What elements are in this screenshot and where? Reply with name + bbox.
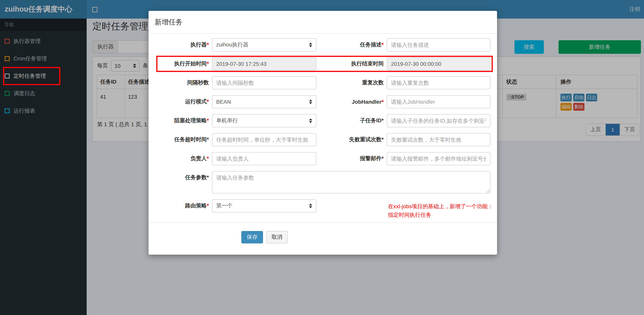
repeat-count-input[interactable]: [387, 76, 490, 89]
executor-label: 执行器*: [148, 41, 212, 48]
form-row-interval: 间隔秒数 重复次数: [148, 76, 497, 89]
alarm-email-input[interactable]: [387, 152, 490, 165]
modal-title: 新增任务: [148, 11, 497, 34]
required-star: *: [207, 41, 209, 48]
feature-note: 在xxl-jobs项目的基础上，新增了一个功能： 指定时间执行任务: [388, 202, 496, 219]
interval-label: 间隔秒数: [148, 79, 212, 86]
author-label: 负责人*: [148, 155, 212, 162]
required-star: *: [207, 174, 209, 180]
repeat-count-label: 重复次数: [316, 79, 387, 86]
feature-note-line1: 在xxl-jobs项目的基础上，新增了一个功能：: [388, 202, 496, 210]
job-handler-input[interactable]: [387, 95, 490, 108]
save-button[interactable]: 保存: [241, 231, 263, 243]
executor-select[interactable]: zuihou执行器: [212, 38, 316, 52]
job-desc-input[interactable]: [387, 38, 490, 52]
feature-note-line2: 指定时间执行任务: [388, 210, 496, 219]
annotation-rect-sidebar: [3, 67, 60, 85]
form-row-author: 负责人* 报警邮件*: [148, 152, 497, 165]
job-param-textarea[interactable]: [212, 171, 490, 193]
required-star: *: [207, 136, 209, 142]
job-desc-label: 任务描述*: [316, 41, 387, 48]
select-caret-icon: [309, 118, 312, 123]
required-star: *: [382, 99, 384, 105]
block-strategy-select[interactable]: 单机串行: [212, 114, 316, 127]
route-strategy-select[interactable]: 第一个: [212, 199, 316, 212]
child-jobid-label: 子任务ID*: [316, 117, 387, 124]
required-star: *: [207, 117, 209, 123]
glue-type-label: 运行模式*: [148, 98, 212, 105]
timeout-label: 任务超时时间*: [148, 136, 212, 143]
fail-retry-input[interactable]: [387, 133, 490, 146]
form-row-block-strategy: 阻塞处理策略* 单机串行 子任务ID*: [148, 114, 497, 127]
required-star: *: [207, 155, 209, 161]
select-caret-icon: [309, 204, 312, 208]
block-strategy-label: 阻塞处理策略*: [148, 117, 212, 124]
select-caret-icon: [309, 99, 312, 104]
required-star: *: [382, 136, 384, 142]
route-strategy-label: 路由策略*: [148, 202, 212, 209]
required-star: *: [207, 98, 209, 105]
child-jobid-input[interactable]: [387, 114, 490, 127]
required-star: *: [382, 117, 384, 123]
select-caret-icon: [309, 43, 312, 47]
cancel-button[interactable]: 取消: [266, 231, 288, 243]
add-task-modal: 新增任务 执行器* zuihou执行器 任务描述* 执行开始时间* 2019-0…: [148, 11, 497, 255]
required-star: *: [382, 155, 384, 161]
timeout-input[interactable]: [212, 133, 316, 146]
form-row-glue-type: 运行模式* BEAN JobHandler*: [148, 95, 497, 108]
author-input[interactable]: [212, 152, 316, 165]
app-root: zuihou任务调度中心 注销 导航 执行器管理 Cron任务管理 定时任务管理…: [0, 0, 644, 315]
fail-retry-label: 失败重试次数*: [316, 136, 387, 143]
alarm-email-label: 报警邮件*: [316, 155, 387, 162]
glue-type-select[interactable]: BEAN: [212, 95, 316, 108]
interval-input[interactable]: [212, 76, 316, 89]
job-param-label: 任务参数*: [148, 174, 212, 181]
modal-footer: 保存 取消: [241, 231, 288, 243]
annotation-rect-time-row: [156, 56, 493, 72]
textarea-resize-handle-icon[interactable]: [486, 189, 490, 193]
form-row-timeout: 任务超时时间* 失败重试次数*: [148, 133, 497, 146]
required-star: *: [207, 202, 209, 209]
form-row-executor: 执行器* zuihou执行器 任务描述*: [148, 38, 497, 52]
job-handler-label: JobHandler*: [316, 99, 387, 105]
required-star: *: [382, 41, 384, 48]
modal-footer-divider: [148, 222, 497, 223]
